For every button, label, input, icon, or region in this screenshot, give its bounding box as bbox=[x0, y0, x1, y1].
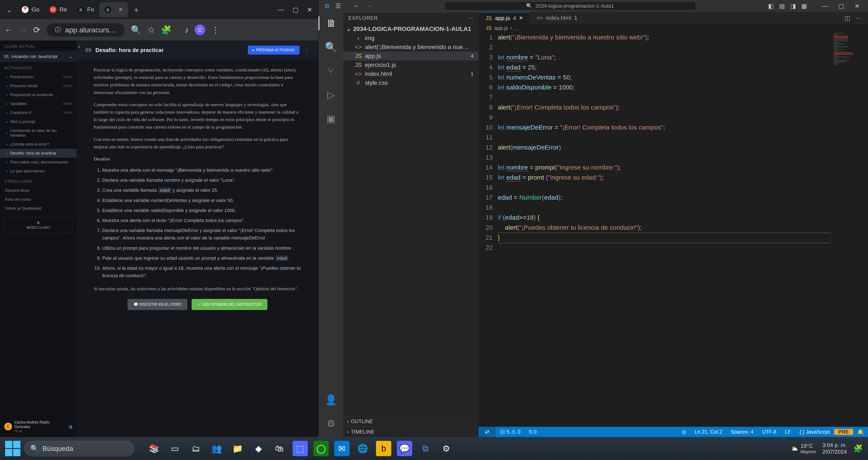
profile-avatar[interactable]: C bbox=[194, 25, 205, 35]
system-clock[interactable]: 3:04 p. m. 2/07/2024 bbox=[822, 442, 847, 455]
light-mode-toggle[interactable]: ☀ MODO CLARO bbox=[4, 217, 72, 233]
reload-icon[interactable]: ⟳ bbox=[33, 25, 40, 35]
code-line[interactable] bbox=[498, 203, 830, 213]
language-mode[interactable]: { } JavaScript bbox=[795, 429, 834, 435]
sidebar-activity-item[interactable]: ▸Para saber más: documentación bbox=[0, 158, 76, 167]
code-line[interactable]: let numeroDeVentas = 50; bbox=[498, 73, 830, 82]
copilot-tray-icon[interactable]: 🧩 bbox=[853, 444, 863, 453]
timeline-panel[interactable]: ›TIMELINE bbox=[343, 427, 478, 437]
browser-tab[interactable]: 📍Go bbox=[17, 2, 44, 17]
code-line[interactable]: let saldoDisponible = 1000; bbox=[498, 82, 830, 92]
file-tree-item[interactable]: #style.css bbox=[343, 78, 478, 87]
indentation[interactable]: Spaces: 4 bbox=[726, 429, 758, 435]
site-info-icon[interactable]: ⓘ bbox=[55, 26, 61, 34]
minimap[interactable] bbox=[832, 32, 868, 427]
media-icon[interactable]: ♪ bbox=[184, 25, 189, 35]
sidebar-activity-item[interactable]: ▸Condición if12min bbox=[0, 108, 76, 117]
cursor-position[interactable]: Ln 21, Col 2 bbox=[690, 429, 726, 435]
code-line[interactable]: let nombre = prompt("Ingrese su nombre:"… bbox=[498, 163, 830, 173]
user-footer[interactable]: C Carlos Andrés Riaño Gonzalez 7k xp a bbox=[0, 416, 76, 437]
discord-app-icon[interactable]: 💬 bbox=[397, 441, 412, 456]
prettier-icon[interactable]: PRE bbox=[834, 429, 853, 435]
sidebar-link[interactable]: Foro del curso bbox=[0, 195, 76, 204]
maximize-icon[interactable]: ▢ bbox=[838, 3, 844, 9]
chrome-app-icon[interactable]: 🌐 bbox=[355, 441, 370, 456]
address-bar[interactable]: ⓘ app.aluracurs… bbox=[46, 23, 125, 37]
browser-minimize-icon[interactable]: ― bbox=[278, 6, 284, 13]
project-folder[interactable]: ⌄ 2034-LOGICA-PROGRAMACION-1-AULA1 bbox=[343, 24, 478, 34]
code-line[interactable]: alert("¡Error! Completa todos los campos… bbox=[498, 103, 830, 113]
bookmark-icon[interactable]: ☆ bbox=[147, 25, 155, 35]
accounts-icon[interactable]: 👤 bbox=[325, 393, 337, 407]
new-tab-button[interactable]: ＋ bbox=[132, 4, 141, 16]
store-app-icon[interactable]: 🛍 bbox=[272, 441, 287, 456]
command-center[interactable]: 🔍 2034-logica-programacion-1-Aula1 bbox=[444, 2, 696, 10]
file-tree-item[interactable]: <>alert('¡Bienvenida y bienvenido a nue… bbox=[343, 42, 478, 52]
split-editor-icon[interactable]: ◫ bbox=[844, 15, 850, 22]
tab-list-chevron-icon[interactable]: ⌄ bbox=[6, 5, 12, 14]
file-tree-item[interactable]: <>index.html1 bbox=[343, 69, 478, 78]
encoding[interactable]: UTF-8 bbox=[758, 429, 781, 435]
app-icon-3[interactable]: b bbox=[376, 441, 391, 456]
app-menu-icon[interactable]: ☰ bbox=[336, 3, 341, 9]
weather-widget[interactable]: ⛅ 19°C Mayorm bbox=[791, 443, 816, 454]
code-line[interactable]: alert(mensajeDeError) bbox=[498, 143, 830, 152]
breadcrumb[interactable]: JS app.js › … bbox=[478, 24, 868, 32]
source-control-icon[interactable]: ⑂ bbox=[318, 64, 343, 78]
toggle-secondary-icon[interactable]: ◨ bbox=[790, 3, 796, 9]
back-icon[interactable]: ← bbox=[4, 25, 13, 35]
nav-forward-icon[interactable]: → bbox=[366, 3, 372, 9]
sidebar-activity-item[interactable]: ▸¿Dónde está el error? bbox=[0, 140, 76, 149]
extensions-view-icon[interactable]: ▣ bbox=[318, 112, 343, 126]
module-header[interactable]: 01. Iniciando con JavaScript⌄ bbox=[0, 51, 76, 62]
code-line[interactable]: edad = Number(edad); bbox=[498, 193, 830, 203]
discuss-forum-button[interactable]: 💬 DISCUTIR EN EL FORO bbox=[127, 299, 187, 310]
sidebar-activity-item[interactable]: ▸Alert y prompt bbox=[0, 117, 76, 126]
xbox-app-icon[interactable]: ◯ bbox=[313, 441, 329, 456]
problems-indicator[interactable]: ⓧ5 ⚠0 bbox=[496, 428, 525, 435]
sidebar-link[interactable]: Volver al Dashboard bbox=[0, 204, 76, 213]
instructor-opinion-button[interactable]: ✓ VER OPINIÓN DEL INSTRUCTOR bbox=[192, 299, 268, 310]
code-line[interactable]: alert("¡Puedes obtener tu licencia de co… bbox=[498, 223, 830, 233]
sidebar-activity-item[interactable]: ▸Cambiando el valor de las variables bbox=[0, 126, 76, 140]
code-line[interactable] bbox=[498, 113, 830, 122]
nav-back-icon[interactable]: ← bbox=[353, 3, 360, 9]
teams-app-icon[interactable]: 👥 bbox=[209, 441, 224, 456]
code-line[interactable]: alert("¡Bienvenida y bienvenido a nuestr… bbox=[498, 32, 830, 42]
browser-maximize-icon[interactable]: ▢ bbox=[292, 6, 299, 13]
lesson-menu-icon[interactable]: ⋮ bbox=[304, 47, 310, 54]
explorer-app-icon[interactable]: 🗂 bbox=[188, 441, 204, 456]
run-debug-icon[interactable]: ▷ bbox=[318, 88, 343, 102]
code-line[interactable] bbox=[498, 133, 830, 143]
code-line[interactable]: let edad = promt ("ingrese su edad:"); bbox=[498, 173, 830, 182]
task-view-icon[interactable]: ▭ bbox=[167, 441, 183, 456]
tab-close-icon[interactable]: ✕ bbox=[519, 15, 523, 21]
sidebar-activity-item[interactable]: ▸Lo que aprendimos bbox=[0, 167, 76, 176]
browser-tab[interactable]: MRe bbox=[44, 2, 72, 17]
browser-tab[interactable]: a✕ bbox=[99, 2, 128, 17]
ports-indicator[interactable]: ⎘0 bbox=[525, 429, 541, 435]
sidebar-link[interactable]: Discord Alura bbox=[0, 186, 76, 195]
eol[interactable]: LF bbox=[781, 429, 795, 435]
folder-app-icon[interactable]: 📁 bbox=[230, 441, 245, 456]
editor-more-icon[interactable]: ⋯ bbox=[856, 15, 862, 22]
code-line[interactable]: let nombre = "Luna"; bbox=[498, 52, 830, 62]
file-tree-item[interactable]: JSejercicio1.js bbox=[343, 60, 478, 69]
app-icon[interactable]: ◆ bbox=[251, 441, 266, 456]
code-line[interactable]: if (edad>=18) { bbox=[498, 213, 830, 223]
outline-panel[interactable]: ›OUTLINE bbox=[343, 416, 478, 427]
next-activity-button[interactable]: ▸ PRÓXIMA ACTIVIDAD bbox=[248, 46, 300, 55]
code-line[interactable]: let edad = 25; bbox=[498, 62, 830, 73]
notifications-icon[interactable]: 🔔 bbox=[853, 429, 868, 435]
extensions-icon[interactable]: 🧩 bbox=[161, 25, 172, 35]
editor-tab[interactable]: JSapp.js 4✕ bbox=[478, 12, 529, 24]
minimize-icon[interactable]: ― bbox=[822, 3, 828, 9]
settings-app-icon[interactable]: ⚙ bbox=[439, 441, 454, 456]
vscode-app-icon[interactable]: ⧉ bbox=[418, 441, 433, 456]
sidebar-activity-item[interactable]: ▸Presentación02min bbox=[0, 73, 76, 81]
library-app-icon[interactable]: 📚 bbox=[147, 441, 162, 456]
explorer-view-icon[interactable]: 🗎 bbox=[318, 16, 343, 30]
sidebar-activity-item[interactable]: ▸Desafío: hora de practicar bbox=[0, 149, 76, 158]
code-line[interactable] bbox=[498, 152, 830, 163]
editor-tab[interactable]: <>index.html 1 bbox=[529, 12, 584, 24]
